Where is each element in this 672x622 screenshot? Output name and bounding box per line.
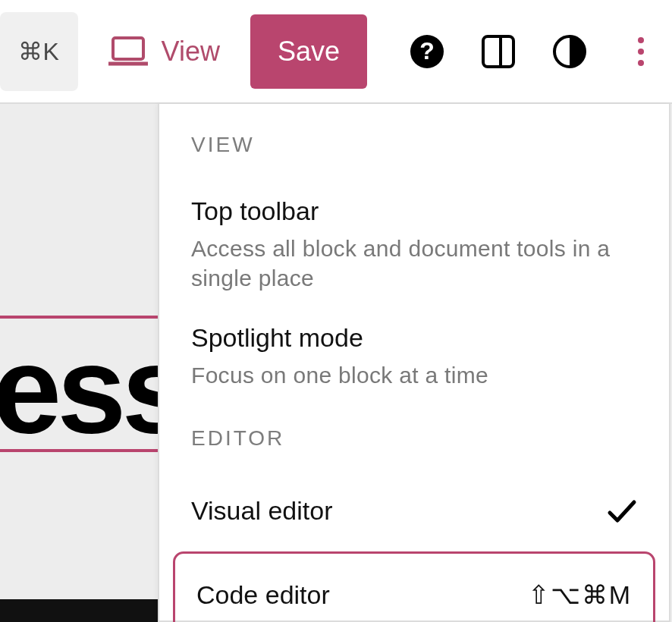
menu-section-view: VIEW [159, 133, 669, 183]
svg-point-8 [638, 49, 644, 55]
keyboard-shortcut: ⇧⌥⌘M [528, 580, 632, 610]
checkmark-icon [607, 499, 637, 523]
view-button-label: View [162, 36, 220, 68]
command-palette-shortcut: ⌘K [18, 37, 60, 66]
sidebar-toggle-button[interactable] [481, 34, 516, 69]
menu-item-spotlight-mode[interactable]: Spotlight mode Focus on one block at a t… [159, 309, 669, 407]
help-icon: ? [410, 34, 444, 69]
laptop-icon [108, 36, 148, 67]
menu-item-code-editor[interactable]: Code editor ⇧⌥⌘M [173, 551, 655, 622]
save-button[interactable]: Save [250, 14, 367, 89]
menu-item-title: Spotlight mode [191, 323, 637, 353]
dark-image-strip [0, 599, 158, 622]
contrast-icon [552, 34, 587, 69]
svg-rect-0 [113, 38, 143, 59]
svg-point-7 [638, 37, 644, 43]
toolbar-icon-group: ? [410, 34, 658, 69]
help-button[interactable]: ? [410, 34, 444, 69]
menu-item-label: Visual editor [191, 496, 333, 526]
svg-text:?: ? [419, 37, 435, 64]
more-options-button[interactable] [623, 34, 658, 69]
svg-point-9 [638, 60, 644, 66]
editor-canvas-area: ess VIEW Top toolbar Access all block an… [0, 102, 672, 622]
options-dropdown-menu: VIEW Top toolbar Access all block and do… [158, 104, 670, 622]
kebab-menu-icon [636, 34, 646, 69]
menu-item-label: Code editor [196, 580, 330, 610]
view-button[interactable]: View [101, 36, 228, 68]
contrast-button[interactable] [552, 34, 587, 69]
command-palette-button[interactable]: ⌘K [0, 12, 78, 91]
menu-item-title: Top toolbar [191, 196, 637, 226]
svg-rect-4 [483, 36, 513, 67]
divider-line [0, 449, 158, 452]
menu-item-description: Access all block and document tools in a… [191, 234, 637, 293]
panel-icon [481, 34, 516, 69]
divider-line [0, 316, 158, 319]
menu-item-visual-editor[interactable]: Visual editor [159, 476, 669, 545]
menu-item-top-toolbar[interactable]: Top toolbar Access all block and documen… [159, 183, 669, 309]
menu-item-description: Focus on one block at a time [191, 360, 637, 390]
save-button-label: Save [278, 36, 340, 68]
menu-section-editor: EDITOR [159, 407, 669, 476]
editor-toolbar: ⌘K View Save ? [0, 0, 672, 102]
